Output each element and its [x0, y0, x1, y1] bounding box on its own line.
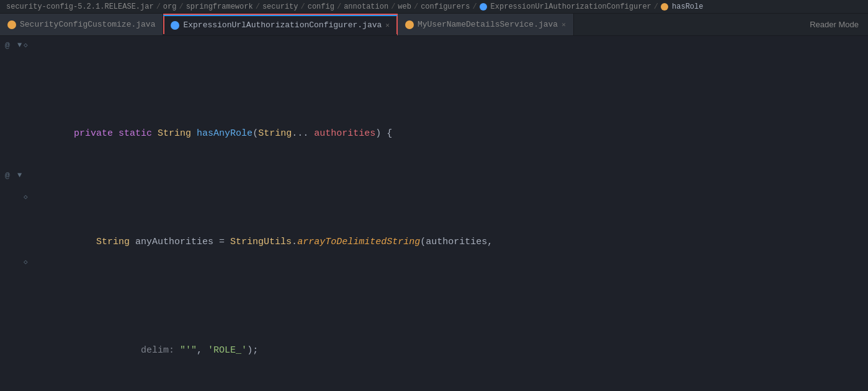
sep6: /: [391, 2, 395, 11]
gutter: @ ▼ ◇ @ ▼ ◇ ◇: [0, 36, 34, 391]
sep7: /: [414, 2, 418, 11]
code-line-3: delim: "'", 'ROLE_');: [40, 318, 868, 340]
breadcrumb-annotation: annotation: [344, 2, 388, 11]
tab-active-indicator: [163, 15, 396, 16]
reader-mode-button[interactable]: Reader Mode: [810, 20, 859, 29]
tab-myuserdetails[interactable]: MyUserNameDetailsService.java ✕: [398, 14, 574, 35]
tab-label-myuser: MyUserNameDetailsService.java: [418, 20, 558, 29]
reader-mode-area: Reader Mode: [810, 14, 868, 35]
breadcrumb-class: ExpressionUrlAuthorizationConfigurer: [491, 2, 651, 11]
tab-icon-expression: [171, 21, 179, 30]
sep4: /: [301, 2, 305, 11]
tab-security-config[interactable]: SecurityConfigCustomize.java: [0, 14, 163, 35]
gutter-diamond-3: ◇: [24, 258, 28, 266]
tab-bar: SecurityConfigCustomize.java ExpressionU…: [0, 14, 868, 36]
breadcrumb-security: security: [262, 2, 298, 11]
breadcrumb-config: config: [308, 2, 334, 11]
editor-area: @ ▼ ◇ @ ▼ ◇ ◇ private static String hasA…: [0, 36, 868, 391]
gutter-diamond-1: ◇: [24, 41, 28, 49]
sep8: /: [472, 2, 477, 11]
breadcrumb-configurers: configurers: [421, 2, 470, 11]
breadcrumb-bar: security-config-5.2.1.RELEASE.jar / org …: [0, 0, 868, 14]
breadcrumb-class-icon: [480, 3, 487, 11]
breadcrumb-method-icon: [661, 3, 668, 11]
tab-icon-myuser: [405, 20, 414, 29]
sep1: /: [156, 2, 161, 11]
tab-label-expression: ExpressionUrlAuthorizationConfigurer.jav…: [183, 20, 382, 30]
code-line-1: private static String hasAnyRole(String.…: [40, 101, 868, 123]
gutter-fold-2[interactable]: ▼: [17, 171, 22, 180]
breadcrumb-method: hasRole: [672, 2, 703, 11]
sep5: /: [337, 2, 341, 11]
tab-expression-url[interactable]: ExpressionUrlAuthorizationConfigurer.jav…: [163, 14, 397, 35]
tab-close-myuser[interactable]: ✕: [562, 20, 566, 29]
code-line-2: String anyAuthorities = StringUtils.arra…: [40, 209, 868, 231]
breadcrumb-web: web: [398, 2, 411, 11]
sep9: /: [654, 2, 658, 11]
tab-label-security: SecurityConfigCustomize.java: [20, 20, 155, 29]
breadcrumb-jar: security-config-5.2.1.RELEASE.jar: [6, 2, 154, 11]
tab-close-expression[interactable]: ✕: [385, 21, 390, 29]
tab-icon-security: [7, 20, 16, 29]
gutter-annotation-1: @: [5, 41, 10, 50]
sep3: /: [256, 2, 260, 11]
breadcrumb-springframework: springframework: [186, 2, 253, 11]
code-editor[interactable]: private static String hasAnyRole(String.…: [34, 36, 868, 391]
breadcrumb-org: org: [163, 2, 177, 11]
sep2: /: [179, 2, 183, 11]
gutter-annotation-2: @: [5, 171, 10, 180]
gutter-fold-1[interactable]: ▼: [17, 41, 22, 50]
gutter-diamond-2: ◇: [24, 193, 28, 201]
